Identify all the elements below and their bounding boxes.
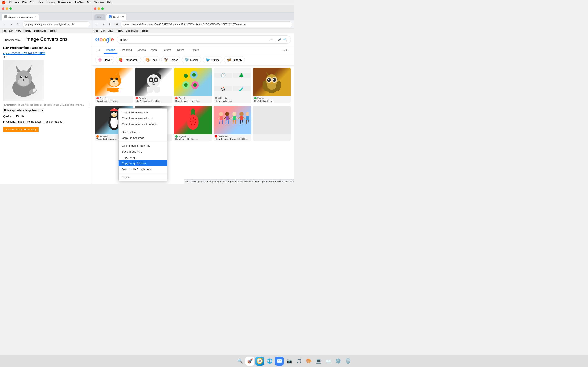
left-tab-close[interactable]: ✕ [35,16,36,18]
right-tab-label: Google [113,16,120,18]
convert-button[interactable]: Convert Image Format(s) [3,127,39,132]
quality-input[interactable] [13,114,21,118]
left-menu-edit[interactable]: Edit [8,29,15,33]
menubar-history[interactable]: History [47,1,55,4]
menubar-view[interactable]: View [38,1,43,4]
right-menu-profiles[interactable]: Profiles [139,29,149,33]
chip-food[interactable]: 🎨 Food [143,56,160,63]
left-menu-bookmarks[interactable]: Bookmarks [33,29,47,33]
image-card-owl[interactable]: Pixabay Clip Art, Clipart, Ow... [253,68,291,103]
tab-all[interactable]: All [95,46,103,54]
image-card-kids[interactable]: Adobe Stock Clipart Images – Browse 8,50… [214,106,251,141]
left-menu-view[interactable]: View [15,29,22,33]
right-menu-edit[interactable]: Edit [100,29,106,33]
apple-menu[interactable]: 🍎 [2,0,6,4]
right-active-tab[interactable]: G Google ✕ [106,14,126,20]
right-back-button[interactable]: ‹ [94,21,99,27]
menubar-window[interactable]: Window [94,1,104,4]
left-minimize-button[interactable] [6,7,8,10]
google-search-bar[interactable]: clipart ✕ 🎤 🔍 [117,35,291,44]
cm-save-link[interactable]: Save Link As... [119,129,167,135]
tab-more[interactable]: ⋯ More [187,46,201,54]
svg-line-119 [220,120,220,124]
chip-border[interactable]: 🦅 Border [161,56,180,63]
cm-open-new-window[interactable]: Open Link in New Window [119,115,167,121]
search-clear-icon[interactable]: ✕ [270,38,272,41]
cm-open-image-tab[interactable]: Open Image in New Tab [119,143,167,149]
menubar-chrome[interactable]: Chrome [9,1,19,4]
left-menu-profiles[interactable]: Profiles [47,29,58,33]
left-active-tab[interactable]: rjmprogramming.com.au ✕ [2,14,39,20]
right-tab-1[interactable]: tabs... [94,15,105,20]
left-fullscreen-button[interactable] [9,7,12,10]
cm-save-image[interactable]: Save Image As... [119,149,167,155]
strawberry-card-svg [184,108,202,132]
cm-copy-image[interactable]: Copy Image [119,155,167,160]
menubar-tab[interactable]: Tab [87,1,91,4]
optional-transformations[interactable]: ▶ Optional Image Filtering and/or Transf… [3,120,88,123]
right-menu-bookmarks[interactable]: Bookmarks [125,29,139,33]
fox-card-svg [104,70,124,94]
left-close-button[interactable] [2,7,4,10]
cm-copy-image-address[interactable]: Copy Image Address [119,160,167,166]
tab-videos[interactable]: Videos [135,46,148,54]
right-menu-file[interactable]: File [93,29,99,33]
menubar-edit[interactable]: Edit [30,1,34,4]
owl-source-name: Pixabay [258,97,265,100]
right-close-button[interactable] [94,7,96,10]
tab-shopping[interactable]: Shopping [118,46,134,54]
image-card-icons-footer: Wikipedia Clip art - Wikipedia [214,96,251,103]
image-card-panda-footer: Freepik Clip Art Images - Free Do... [135,96,172,103]
chip-transparent[interactable]: 🍓 Transparent [116,56,141,63]
chip-outline[interactable]: 🐦 Outline [203,56,222,63]
tab-forums[interactable]: Forums [160,46,174,54]
right-refresh-button[interactable]: ↻ [107,21,113,27]
chip-flower[interactable]: 🌸 Flower [95,56,114,63]
right-address-bar[interactable]: google.com/search?sca_esv=eff6c482c75439… [121,21,292,27]
cm-open-new-tab[interactable]: Open Link in New Tab [119,109,167,115]
cm-copy-link[interactable]: Copy Link Address [119,135,167,141]
right-menu-history[interactable]: History [114,29,124,33]
google-header: Google clipart ✕ 🎤 🔍 [92,33,294,46]
right-forward-button[interactable]: › [100,21,106,27]
right-menu-view[interactable]: View [107,29,114,33]
cm-open-incognito[interactable]: Open Link in Incognito Window [119,121,167,127]
tab-images[interactable]: Images [104,46,117,54]
svg-point-121 [225,112,229,116]
tools-button[interactable]: Tools [280,47,291,54]
image-card-empty[interactable] [253,106,291,141]
chip-design[interactable]: ⚙️ Design [182,56,201,63]
left-address-bar[interactable]: rjmprogramming.com.au/convert_wildcard.p… [22,21,90,27]
menubar-help[interactable]: Help [107,1,113,4]
left-forward-button[interactable]: › [9,21,14,27]
image-card-strawberry[interactable]: Pngtree Download | PNG Trans... [174,106,212,141]
image-input[interactable]: Enter relative image file specification … [3,103,88,107]
tab-web[interactable]: Web [149,46,159,54]
left-chrome-menubar: File Edit View History Bookmarks Profile… [0,29,92,33]
cm-inspect[interactable]: Inspect [119,174,167,180]
right-fullscreen-button[interactable] [101,7,104,10]
svg-line-131 [233,120,233,124]
tab-news[interactable]: News [175,46,186,54]
menubar-profiles[interactable]: Profiles [75,1,84,4]
output-format-select[interactable]: Enter output relative image file extensi… [3,108,44,112]
search-mic-icon[interactable]: 🎤 [277,38,282,42]
left-back-button[interactable]: ‹ [2,21,7,27]
chip-butterfly[interactable]: 🦋 Butterfly [224,56,245,63]
cm-search-google-lens[interactable]: Search with Google Lens [119,166,167,172]
right-tab-close[interactable]: ✕ [122,16,124,18]
svg-point-9 [23,79,25,81]
image-card-fox[interactable]: Freepik Clip Art Images - Free... [95,68,133,103]
menubar-file[interactable]: File [22,1,26,4]
svg-point-115 [219,112,223,116]
search-lens-icon[interactable]: 🔍 [283,38,287,42]
left-refresh-button[interactable]: ↻ [16,21,21,27]
file-link[interactable]: mycw_00000114.74.162.103.JPEG [3,52,45,55]
image-card-flowers[interactable]: Freepik Clip Art Images - Free Do... [174,68,212,103]
image-card-icons[interactable]: 🕐 🌲 🎲 🧪 Wikipedia Clip art - Wikipedia [214,68,251,103]
left-menu-history[interactable]: History [23,29,33,33]
menubar-bookmarks[interactable]: Bookmarks [58,1,71,4]
image-card-panda[interactable]: Freepik Clip Art Images - Free Do... [135,68,172,103]
left-menu-file[interactable]: File [1,29,8,33]
right-minimize-button[interactable] [98,7,100,10]
